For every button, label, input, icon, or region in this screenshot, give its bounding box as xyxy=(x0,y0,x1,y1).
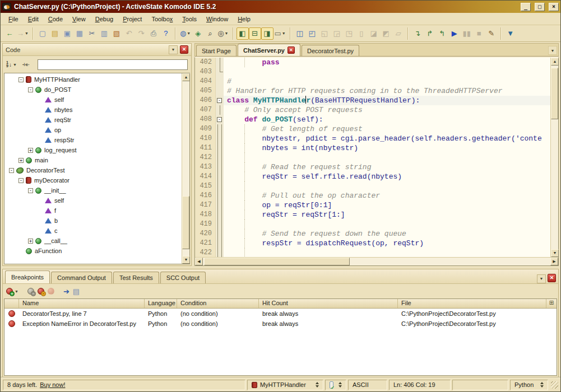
menu-debug[interactable]: Debug xyxy=(91,14,118,24)
refresh-status-button[interactable]: ◫ xyxy=(294,27,306,40)
collapse-icon[interactable]: - xyxy=(9,168,14,173)
maximize-button[interactable]: □ xyxy=(535,3,545,11)
go-debug-button[interactable]: ▶ xyxy=(448,27,461,40)
fold-collapse-icon[interactable]: - xyxy=(217,117,222,122)
panel-close-button[interactable]: ✕ xyxy=(180,45,188,54)
column-header-file[interactable]: File xyxy=(398,299,546,308)
tab-test-results[interactable]: Test Results xyxy=(113,272,159,283)
new-file-button[interactable]: ▢ xyxy=(36,27,49,40)
scroll-left-icon[interactable]: ◀ xyxy=(195,258,203,265)
toggle-right-pane-button[interactable]: ◨ xyxy=(261,27,273,40)
tree-item-c[interactable]: c xyxy=(4,226,182,236)
tree-item-main[interactable]: +main xyxy=(4,155,182,165)
tab-overflow-button[interactable]: ▼ xyxy=(548,46,557,55)
tree-item-reqstr[interactable]: reqStr xyxy=(4,115,182,125)
dropdown-caret-icon[interactable]: ▼ xyxy=(225,31,229,35)
expand-icon[interactable]: + xyxy=(28,239,33,244)
pane-layout-button[interactable]: ▭▼ xyxy=(273,27,287,40)
fold-margin[interactable] xyxy=(215,67,224,77)
code-line-404[interactable]: 404# xyxy=(195,77,550,86)
tab-close-icon[interactable]: ✕ xyxy=(288,46,295,54)
breakpoint-row[interactable]: DecoratorTest.py, line 7Python(no condit… xyxy=(4,309,557,319)
scroll-up-icon[interactable]: ▲ xyxy=(182,73,190,81)
code-line-408[interactable]: 408- def do_POST(self): xyxy=(195,115,550,124)
code-line-410[interactable]: 410 nbytestr, pdict = cgi.parse_header(s… xyxy=(195,134,550,143)
code-text-area[interactable]: 402 pass403404#405# Handler for HTTP req… xyxy=(195,58,550,257)
fold-margin[interactable] xyxy=(215,77,224,86)
code-line-421[interactable]: 421 respStr = dispatchRequest(op, reqStr… xyxy=(195,239,550,248)
column-header-icon[interactable] xyxy=(4,299,19,308)
tab-command-output[interactable]: Command Output xyxy=(51,272,112,283)
code-line-420[interactable]: 420 # Send the request down the queue xyxy=(195,229,550,239)
step-into-button[interactable]: ↴ xyxy=(411,27,424,40)
tree-item-__init__[interactable]: -__init__ xyxy=(4,185,182,195)
language-spinner-icon[interactable] xyxy=(540,382,544,388)
tree-item-myhttphandler[interactable]: -MyHTTPHandler xyxy=(4,74,182,85)
code-line-407[interactable]: 407 # Only accept POST requests xyxy=(195,105,550,115)
code-line-402[interactable]: 402 pass xyxy=(195,58,550,67)
print-button[interactable]: ⎙ xyxy=(147,27,160,40)
fold-margin[interactable] xyxy=(215,162,224,172)
menu-window[interactable]: Window xyxy=(202,14,233,24)
fold-margin[interactable]: - xyxy=(215,96,224,105)
tree-item-op[interactable]: op xyxy=(4,125,182,135)
menu-file[interactable]: File xyxy=(4,14,23,24)
menu-edit[interactable]: Edit xyxy=(24,14,43,24)
editor-hscrollbar-thumb[interactable] xyxy=(204,258,350,265)
tree-item-do_post[interactable]: -do_POST xyxy=(4,85,182,95)
tree-item-log_request[interactable]: +log_request xyxy=(4,145,182,155)
panel-menu-button[interactable]: ▼ xyxy=(169,45,178,54)
dropdown-caret-icon[interactable]: ▼ xyxy=(282,31,286,35)
collapse-icon[interactable]: - xyxy=(18,178,24,183)
menu-project[interactable]: Project xyxy=(118,14,146,24)
code-line-413[interactable]: 413 # Read the request string xyxy=(195,162,550,172)
open-file-button[interactable]: ▤ xyxy=(49,27,61,40)
code-line-403[interactable]: 403 xyxy=(195,67,550,77)
breakpoint-properties-button[interactable]: ▤ xyxy=(73,288,80,295)
close-button[interactable]: × xyxy=(549,3,559,11)
tree-item-respstr[interactable]: respStr xyxy=(4,135,182,145)
fold-collapse-icon[interactable]: - xyxy=(217,98,222,103)
code-line-414[interactable]: 414 reqStr = self.rfile.read(nbytes) xyxy=(195,172,550,181)
tree-item-f[interactable]: f xyxy=(4,206,182,216)
fold-margin[interactable] xyxy=(215,58,224,67)
tab-chatserver-py[interactable]: ChatServer.py✕ xyxy=(238,44,300,56)
back-button[interactable]: ← xyxy=(3,27,16,40)
fold-margin[interactable] xyxy=(215,124,224,134)
syntax-spinner-icon[interactable] xyxy=(339,382,342,388)
code-line-416[interactable]: 416 # Pull out the op character xyxy=(195,191,550,200)
fold-margin[interactable] xyxy=(215,172,224,181)
save-button[interactable]: ▣ xyxy=(61,27,73,40)
column-header-condition[interactable]: Condition xyxy=(177,299,259,308)
fold-margin[interactable] xyxy=(215,134,224,143)
fold-margin[interactable] xyxy=(215,153,224,162)
tree-item-__call__[interactable]: +__call__ xyxy=(4,236,182,246)
tab-breakpoints[interactable]: Breakpoints xyxy=(5,270,50,283)
code-line-409[interactable]: 409 # Get length of request xyxy=(195,124,550,134)
add-breakpoint-button[interactable]: +▼ xyxy=(6,288,18,295)
menu-toolbox[interactable]: Toolbox xyxy=(147,14,177,24)
expand-icon[interactable]: + xyxy=(28,148,33,153)
column-header-language[interactable]: Language xyxy=(145,299,177,308)
code-line-417[interactable]: 417 op = reqStr[0:1] xyxy=(195,200,550,210)
tree-item-self[interactable]: self xyxy=(4,95,182,105)
save-all-button[interactable]: ▦ xyxy=(73,27,86,40)
tree-item-self[interactable]: self xyxy=(4,195,182,206)
fold-margin[interactable]: - xyxy=(215,115,224,124)
step-out-button[interactable]: ↰ xyxy=(436,27,448,40)
code-line-422[interactable]: 422 xyxy=(195,248,550,257)
menu-tools[interactable]: Tools xyxy=(178,14,201,24)
bottom-panel-menu-button[interactable]: ▼ xyxy=(537,274,546,283)
resize-grip[interactable] xyxy=(551,381,558,389)
scroll-up-icon[interactable]: ▲ xyxy=(551,58,559,66)
code-line-405[interactable]: 405# Handler for HTTP requests coming in… xyxy=(195,86,550,96)
preview-button[interactable]: ◈ xyxy=(192,27,204,40)
fold-margin[interactable] xyxy=(215,143,224,153)
toggle-bottom-pane-button[interactable]: ⊟ xyxy=(249,27,261,40)
menu-code[interactable]: Code xyxy=(44,14,67,24)
fold-margin[interactable] xyxy=(215,86,224,96)
editor-vscrollbar[interactable]: ▲ ▼ xyxy=(550,58,558,257)
dropdown-caret-icon[interactable]: ▼ xyxy=(187,31,191,35)
macro-record-button[interactable]: ◎▼ xyxy=(216,27,229,40)
step-over-button[interactable]: ↱ xyxy=(424,27,436,40)
